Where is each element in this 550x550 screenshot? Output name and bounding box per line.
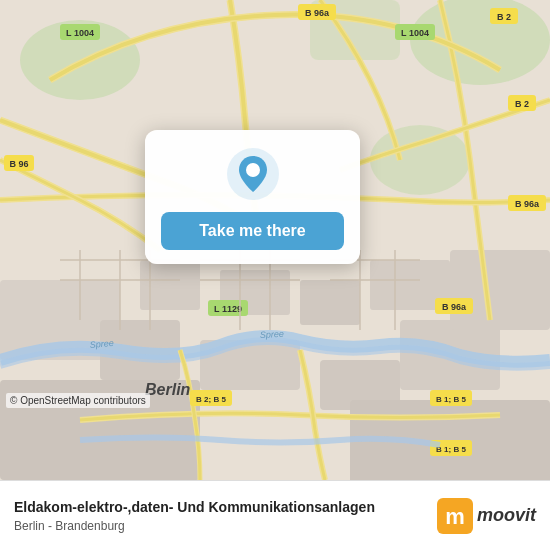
svg-text:Berlin: Berlin <box>145 381 191 398</box>
svg-text:Spree: Spree <box>89 338 114 350</box>
moovit-icon: m <box>437 498 473 534</box>
svg-text:B 1; B 5: B 1; B 5 <box>436 395 466 404</box>
svg-text:B 2: B 2 <box>515 99 529 109</box>
location-name: Eldakom-elektro-,daten- Und Kommunikatio… <box>14 498 437 518</box>
svg-rect-15 <box>300 280 360 325</box>
svg-point-58 <box>246 163 260 177</box>
svg-text:B 2: B 2 <box>497 12 511 22</box>
take-me-there-button[interactable]: Take me there <box>161 212 344 250</box>
svg-text:B 2; B 5: B 2; B 5 <box>196 395 226 404</box>
svg-text:L 1004: L 1004 <box>401 28 429 38</box>
location-card: Take me there <box>145 130 360 264</box>
bottom-bar: Eldakom-elektro-,daten- Und Kommunikatio… <box>0 480 550 550</box>
location-info: Eldakom-elektro-,daten- Und Kommunikatio… <box>14 498 437 534</box>
svg-text:B 1; B 5: B 1; B 5 <box>436 445 466 454</box>
map-container: Spree Spree <box>0 0 550 480</box>
svg-point-3 <box>370 125 470 195</box>
svg-rect-13 <box>140 260 200 310</box>
moovit-text: moovit <box>477 505 536 526</box>
svg-text:B 96a: B 96a <box>442 302 467 312</box>
svg-text:L 1129: L 1129 <box>214 304 242 314</box>
map-pin-icon <box>227 148 279 200</box>
map-attribution: © OpenStreetMap contributors <box>6 393 150 408</box>
svg-text:m: m <box>445 504 465 529</box>
svg-rect-10 <box>450 250 550 330</box>
svg-text:L 1004: L 1004 <box>66 28 94 38</box>
location-subtitle: Berlin - Brandenburg <box>14 519 437 533</box>
svg-text:B 96: B 96 <box>9 159 28 169</box>
svg-text:B 96a: B 96a <box>515 199 540 209</box>
svg-text:B 96a: B 96a <box>305 8 330 18</box>
moovit-logo: m moovit <box>437 498 536 534</box>
svg-text:Spree: Spree <box>260 329 285 340</box>
